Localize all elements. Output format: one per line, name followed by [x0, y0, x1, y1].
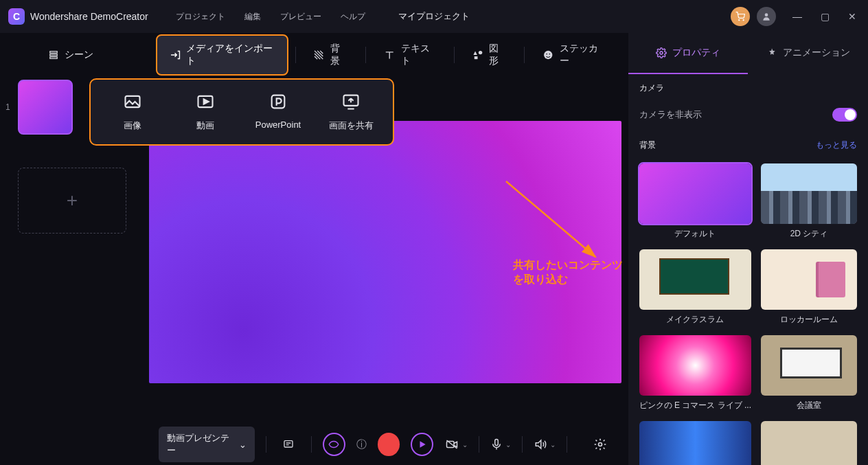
svg-rect-25 [272, 95, 285, 109]
import-media-button[interactable]: メディアをインポート [156, 34, 288, 76]
chevron-down-icon: ⌄ [550, 441, 556, 449]
scene-header: シーン [0, 33, 142, 77]
canvas[interactable] [149, 121, 621, 383]
bg-item-5[interactable]: 会議室 [761, 335, 857, 411]
bg-thumb [639, 421, 751, 465]
camera-control[interactable]: ⌄ [444, 438, 468, 451]
svg-point-0 [739, 20, 740, 21]
video-icon [196, 92, 215, 111]
hide-camera-toggle[interactable] [832, 108, 857, 122]
camera-icon [444, 438, 459, 451]
svg-marker-15 [420, 441, 425, 447]
layers-icon [48, 50, 59, 60]
window-controls-group: — ▢ ✕ [731, 7, 860, 26]
import-powerpoint[interactable]: PowerPoint [242, 92, 315, 132]
asset-toolbar: メディアをインポート 背景 テキスト 図形 ステッカー [149, 33, 621, 77]
background-grid: デフォルト2D シティメイクラスラムロッカールームピンクの E コマース ライブ… [639, 163, 857, 465]
scene-thumbnail[interactable] [18, 80, 73, 135]
import-icon [170, 49, 181, 61]
hide-camera-row: カメラを非表示 [639, 101, 857, 134]
speaker-control[interactable]: ⌄ [534, 438, 556, 451]
import-dropdown: 画像 動画 PowerPoint 画面を共有 [89, 78, 394, 146]
text-icon [384, 49, 395, 61]
bg-item-3[interactable]: ロッカールーム [761, 249, 857, 326]
bg-thumb [761, 335, 857, 396]
play-button[interactable] [411, 433, 433, 456]
import-video[interactable]: 動画 [169, 92, 242, 132]
mic-control[interactable]: ⌄ [490, 438, 511, 451]
properties-panel: プロパティ アニメーション カメラ カメラを非表示 背景 もっと見る デフォルト… [628, 33, 868, 465]
background-section-label: 背景 [639, 139, 656, 151]
cart-icon[interactable] [731, 7, 750, 26]
app-logo: C [8, 8, 25, 25]
toolbar-background[interactable]: 背景 [302, 37, 358, 73]
bg-caption: メイクラスラム [639, 314, 751, 326]
toolbar-shape[interactable]: 図形 [461, 37, 518, 73]
svg-rect-5 [50, 56, 58, 58]
toolbar-text[interactable]: テキスト [373, 37, 447, 73]
import-media-label: メディアをインポート [186, 43, 274, 67]
titlebar: C Wondershare DemoCreator プロジェクト 編集 プレビュ… [0, 0, 868, 33]
menu-edit[interactable]: 編集 [244, 11, 261, 23]
menu-help[interactable]: ヘルプ [341, 11, 365, 23]
scene-header-label: シーン [65, 49, 93, 61]
bg-item-1[interactable]: 2D シティ [761, 163, 857, 240]
main-menu: プロジェクト 編集 プレビュー ヘルプ [176, 11, 365, 23]
bg-thumb [639, 335, 751, 396]
scene-number: 1 [5, 102, 12, 112]
bg-thumb [639, 249, 751, 310]
wand-icon [766, 47, 777, 58]
menu-preview[interactable]: プレビュー [280, 11, 321, 23]
bg-item-0[interactable]: デフォルト [639, 163, 751, 240]
bg-item-7[interactable] [761, 421, 857, 465]
bg-caption: デフォルト [639, 228, 751, 240]
bg-item-6[interactable] [639, 421, 751, 465]
svg-marker-19 [536, 440, 541, 449]
hide-camera-label: カメラを非表示 [639, 109, 702, 121]
gear-icon [656, 47, 667, 58]
mode-select[interactable]: 動画プレゼンテー ⌄ [159, 427, 255, 462]
svg-point-11 [549, 54, 551, 55]
svg-point-10 [547, 54, 548, 55]
panel-tabs: プロパティ アニメーション [628, 33, 868, 74]
import-share-screen[interactable]: 画面を共有 [315, 92, 387, 132]
teleprompter-icon[interactable] [277, 433, 300, 456]
tab-property[interactable]: プロパティ [628, 33, 749, 74]
svg-rect-18 [495, 440, 499, 446]
svg-rect-8 [474, 56, 477, 59]
background-icon [313, 49, 324, 61]
menu-project[interactable]: プロジェクト [176, 11, 225, 23]
svg-rect-3 [50, 51, 58, 52]
mic-icon [490, 438, 503, 451]
bg-item-2[interactable]: メイクラスラム [639, 249, 751, 326]
bg-thumb [761, 249, 857, 310]
tab-animation[interactable]: アニメーション [748, 33, 868, 74]
background-more-link[interactable]: もっと見る [816, 139, 857, 151]
shape-icon [472, 49, 483, 61]
effects-icon[interactable] [323, 433, 345, 456]
chevron-down-icon: ⌄ [462, 441, 468, 449]
svg-point-1 [743, 20, 744, 21]
avatar-icon[interactable] [757, 7, 776, 26]
minimize-button[interactable]: — [790, 11, 805, 22]
record-button[interactable] [378, 433, 400, 456]
bg-thumb [761, 421, 857, 465]
bg-caption: 2D シティ [761, 228, 857, 240]
maximize-button[interactable]: ▢ [817, 11, 832, 22]
add-scene-button[interactable]: + [18, 168, 126, 234]
svg-marker-6 [473, 52, 477, 55]
settings-icon[interactable] [589, 433, 612, 456]
svg-point-2 [765, 13, 768, 16]
close-button[interactable]: ✕ [845, 11, 860, 22]
bg-caption: ロッカールーム [761, 314, 857, 326]
toolbar-sticker[interactable]: ステッカー [532, 37, 614, 73]
import-image[interactable]: 画像 [96, 92, 169, 132]
bg-thumb [639, 163, 751, 224]
chevron-down-icon: ⌄ [239, 440, 247, 450]
project-title: マイプロジェクト [398, 10, 470, 23]
image-icon [123, 92, 142, 111]
svg-point-9 [544, 51, 552, 59]
bg-item-4[interactable]: ピンクの E コマース ライブ ... [639, 335, 751, 411]
bg-caption: 会議室 [761, 400, 857, 411]
help-icon[interactable]: ⓘ [356, 438, 367, 451]
